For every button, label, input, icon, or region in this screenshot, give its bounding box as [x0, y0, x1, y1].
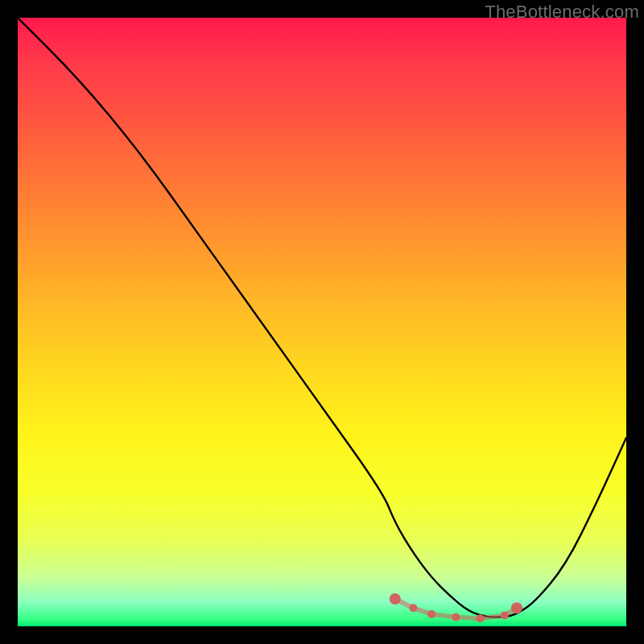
chart-svg — [18, 18, 626, 626]
min-marker-dot — [477, 614, 485, 622]
min-marker-dot — [390, 593, 401, 605]
min-marker-dot — [452, 613, 460, 621]
min-marker-dot — [409, 604, 417, 612]
min-marker-dot — [427, 610, 436, 618]
chart-frame — [18, 18, 626, 626]
min-marker-dot — [501, 611, 509, 619]
chart-min-markers — [390, 593, 522, 622]
chart-plot-area — [18, 18, 626, 626]
chart-curve — [18, 18, 626, 617]
min-marker-dot — [511, 602, 522, 613]
